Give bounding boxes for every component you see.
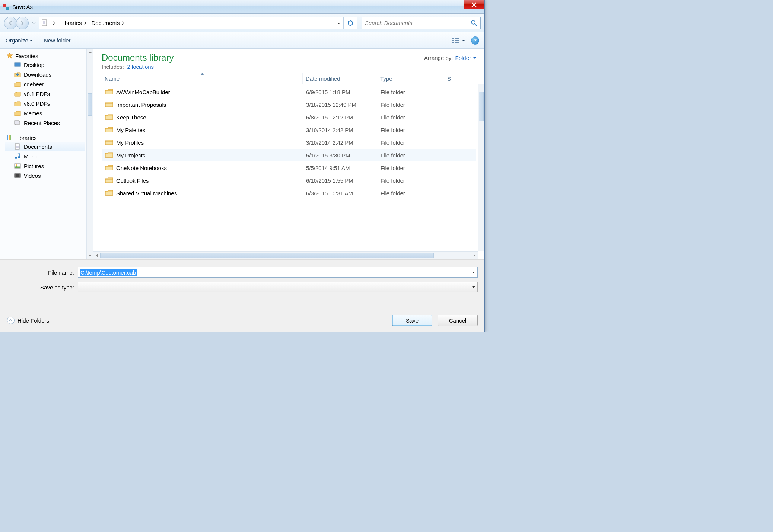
refresh-button[interactable]	[343, 17, 357, 29]
svg-rect-17	[9, 135, 10, 140]
organize-menu[interactable]: Organize	[6, 37, 33, 44]
favorites-header[interactable]: Favorites	[5, 52, 85, 60]
locations-link[interactable]: 2 locations	[127, 64, 154, 70]
sidebar-item-label: Documents	[24, 144, 52, 150]
new-folder-button[interactable]: New folder	[44, 37, 71, 44]
address-bar[interactable]: Libraries Documents	[39, 17, 357, 29]
row-type: File folder	[378, 140, 445, 146]
sidebar-item-lib[interactable]: Music	[5, 151, 85, 161]
column-name[interactable]: Name	[102, 73, 303, 84]
close-button[interactable]	[464, 0, 484, 9]
file-name-input[interactable]: C:\temp\Customer.cab	[80, 269, 137, 276]
table-row[interactable]: Outlook Files6/10/2015 1:55 PMFile folde…	[102, 174, 476, 187]
scrollbar-thumb[interactable]	[479, 92, 484, 121]
table-row[interactable]: My Projects5/1/2015 3:30 PMFile folder	[102, 149, 476, 161]
folder-icon	[105, 88, 113, 96]
view-options-button[interactable]	[450, 36, 467, 45]
sidebar-item-fav[interactable]: Desktop	[5, 60, 85, 70]
column-type[interactable]: Type	[377, 73, 444, 84]
sidebar-item-label: v8.1 PDFs	[24, 91, 50, 97]
svg-rect-15	[15, 121, 19, 124]
row-type: File folder	[378, 89, 445, 95]
svg-point-23	[15, 157, 17, 159]
sidebar-item-fav[interactable]: v8.0 PDFs	[5, 99, 85, 108]
table-row[interactable]: Keep These6/8/2015 12:12 PMFile folder	[102, 111, 476, 124]
scrollbar-thumb[interactable]	[88, 93, 92, 116]
table-row[interactable]: Shared Virtual Machines6/3/2015 10:31 AM…	[102, 187, 476, 199]
column-size[interactable]: S	[444, 73, 484, 84]
chevron-up-icon	[9, 318, 13, 322]
cancel-button[interactable]: Cancel	[438, 315, 478, 326]
titlebar: Save As	[0, 0, 484, 14]
table-row[interactable]: My Profiles3/10/2014 2:42 PMFile folder	[102, 136, 476, 149]
nav-history-dropdown[interactable]	[31, 21, 37, 25]
file-name-dropdown[interactable]	[469, 271, 477, 274]
row-name: Keep These	[116, 114, 146, 121]
row-type: File folder	[378, 177, 445, 184]
column-date[interactable]: Date modified	[303, 73, 377, 84]
sidebar-item-fav[interactable]: cdebeer	[5, 79, 85, 89]
search-box[interactable]	[362, 17, 481, 29]
breadcrumb-documents[interactable]: Documents	[90, 17, 128, 29]
folder-icon	[14, 100, 21, 107]
svg-rect-18	[10, 135, 11, 140]
row-date: 6/9/2015 1:18 PM	[303, 89, 378, 95]
search-input[interactable]	[365, 20, 471, 26]
svg-rect-10	[452, 42, 454, 43]
main-horizontal-scrollbar[interactable]	[93, 251, 478, 259]
nav-forward-button[interactable]	[16, 17, 29, 29]
sidebar-item-label: Desktop	[24, 62, 44, 68]
breadcrumb-root[interactable]	[49, 17, 59, 29]
sidebar-item-lib[interactable]: Documents	[5, 142, 85, 151]
help-button[interactable]: ?	[471, 36, 479, 45]
breadcrumb-libraries[interactable]: Libraries	[59, 17, 90, 29]
nav-back-button[interactable]	[4, 17, 17, 29]
sidebar-item-label: Pictures	[24, 163, 44, 169]
sidebar-item-label: Memes	[24, 110, 42, 116]
folder-icon	[14, 81, 21, 87]
table-row[interactable]: AWWinMoCabBuilder6/9/2015 1:18 PMFile fo…	[102, 86, 476, 98]
library-title: Documents library	[102, 52, 174, 63]
sidebar-scrollbar[interactable]	[86, 49, 93, 259]
folder-icon	[105, 101, 113, 109]
table-row[interactable]: OneNote Notebooks5/5/2014 9:51 AMFile fo…	[102, 161, 476, 174]
row-date: 6/3/2015 10:31 AM	[303, 190, 378, 196]
library-subtitle: Includes: 2 locations	[102, 64, 174, 70]
star-icon	[6, 52, 13, 59]
arrow-right-icon	[20, 20, 25, 26]
svg-rect-12	[15, 63, 20, 66]
sidebar-item-fav[interactable]: v8.1 PDFs	[5, 89, 85, 99]
folder-icon	[105, 189, 113, 197]
libraries-header[interactable]: Libraries	[5, 134, 85, 142]
svg-line-5	[475, 24, 477, 26]
save-type-select[interactable]	[78, 282, 478, 292]
folder-icon	[105, 177, 113, 185]
table-row[interactable]: Important Proposals3/18/2015 12:49 PMFil…	[102, 98, 476, 111]
scrollbar-thumb[interactable]	[100, 253, 434, 258]
sidebar-item-fav[interactable]: Memes	[5, 108, 85, 118]
file-name-row: File name: C:\temp\Customer.cab	[7, 267, 478, 278]
svg-rect-13	[16, 67, 19, 67]
bottom-panel: File name: C:\temp\Customer.cab Save as …	[0, 259, 484, 332]
chevron-down-icon	[472, 286, 475, 289]
svg-rect-6	[452, 38, 454, 39]
sidebar-item-lib[interactable]: Pictures	[5, 161, 85, 171]
search-icon	[471, 20, 477, 26]
svg-rect-7	[455, 38, 459, 39]
main-vertical-scrollbar[interactable]	[478, 84, 484, 251]
sidebar-item-lib[interactable]: Videos	[5, 171, 85, 180]
save-button[interactable]: Save	[392, 315, 432, 326]
save-type-label: Save as type:	[7, 284, 78, 291]
svg-rect-8	[452, 40, 454, 41]
row-name: Shared Virtual Machines	[116, 190, 177, 196]
table-row[interactable]: My Palettes3/10/2014 2:42 PMFile folder	[102, 124, 476, 136]
file-name-label: File name:	[7, 269, 78, 276]
sidebar-item-fav[interactable]: Downloads	[5, 70, 85, 79]
arrange-by[interactable]: Arrange by: Folder	[424, 52, 476, 61]
row-type: File folder	[378, 190, 445, 196]
hide-folders-button[interactable]: Hide Folders	[7, 317, 49, 324]
sidebar-item-fav[interactable]: Recent Places	[5, 118, 85, 128]
address-dropdown[interactable]	[334, 20, 343, 26]
music-icon	[14, 153, 21, 160]
app-icon	[3, 4, 9, 10]
